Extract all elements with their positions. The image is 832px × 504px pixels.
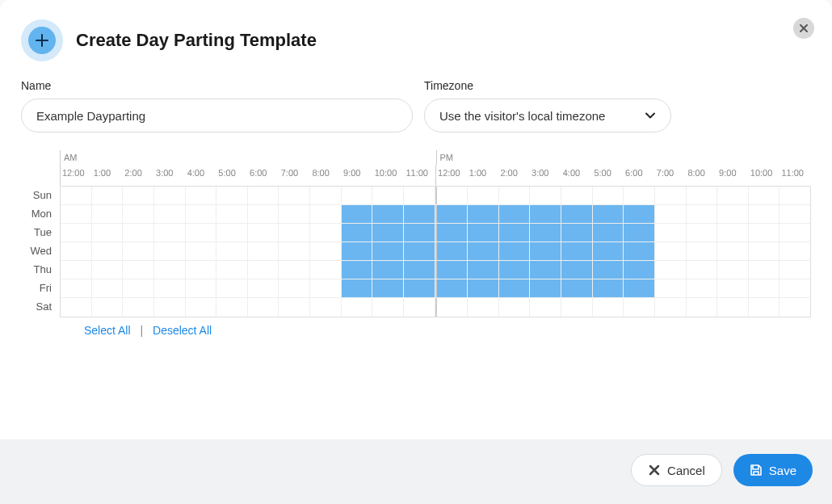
- deselect-all-link[interactable]: Deselect All: [153, 324, 212, 337]
- schedule-cell[interactable]: [154, 261, 186, 279]
- schedule-cell[interactable]: [154, 279, 186, 297]
- name-input[interactable]: [21, 99, 413, 132]
- schedule-cell[interactable]: [123, 242, 154, 260]
- schedule-cell[interactable]: [468, 279, 499, 297]
- schedule-cell[interactable]: [749, 279, 780, 297]
- schedule-cell[interactable]: [92, 187, 124, 204]
- schedule-cell[interactable]: [530, 279, 561, 297]
- schedule-cell[interactable]: [186, 224, 217, 242]
- schedule-cell[interactable]: [624, 261, 655, 279]
- schedule-cell[interactable]: [749, 224, 780, 242]
- schedule-cell[interactable]: [593, 187, 624, 204]
- schedule-cell[interactable]: [310, 242, 342, 260]
- schedule-cell[interactable]: [248, 224, 279, 242]
- schedule-cell[interactable]: [779, 279, 810, 297]
- schedule-cell[interactable]: [123, 279, 154, 297]
- schedule-cell[interactable]: [404, 242, 435, 260]
- schedule-cell[interactable]: [717, 224, 749, 242]
- schedule-cell[interactable]: [717, 242, 749, 260]
- schedule-cell[interactable]: [749, 261, 780, 279]
- schedule-cell[interactable]: [279, 187, 310, 204]
- schedule-cell[interactable]: [186, 205, 217, 223]
- schedule-cell[interactable]: [61, 261, 92, 279]
- schedule-cell[interactable]: [687, 279, 718, 297]
- schedule-cell[interactable]: [92, 279, 124, 297]
- schedule-cell[interactable]: [404, 261, 435, 279]
- schedule-cell[interactable]: [61, 205, 92, 223]
- schedule-cell[interactable]: [779, 242, 810, 260]
- save-button[interactable]: Save: [733, 454, 813, 486]
- schedule-cell[interactable]: [310, 279, 342, 297]
- timezone-select[interactable]: Use the visitor's local timezone: [424, 99, 671, 132]
- schedule-cell[interactable]: [123, 205, 154, 223]
- schedule-cell[interactable]: [468, 187, 499, 204]
- schedule-cell[interactable]: [248, 205, 279, 223]
- schedule-cell[interactable]: [593, 205, 624, 223]
- schedule-cell[interactable]: [717, 205, 749, 223]
- schedule-cell[interactable]: [435, 279, 469, 297]
- schedule-cell[interactable]: [717, 261, 749, 279]
- schedule-cell[interactable]: [624, 242, 655, 260]
- schedule-cell[interactable]: [468, 205, 499, 223]
- schedule-cell[interactable]: [372, 261, 404, 279]
- schedule-cell[interactable]: [624, 187, 655, 204]
- schedule-cell[interactable]: [749, 205, 780, 223]
- schedule-cell[interactable]: [404, 298, 435, 317]
- schedule-cell[interactable]: [372, 224, 404, 242]
- schedule-cell[interactable]: [468, 261, 499, 279]
- schedule-cell[interactable]: [404, 279, 435, 297]
- schedule-cell[interactable]: [499, 224, 531, 242]
- schedule-cell[interactable]: [687, 242, 718, 260]
- schedule-cell[interactable]: [61, 298, 92, 317]
- schedule-cell[interactable]: [593, 279, 624, 297]
- schedule-cell[interactable]: [342, 279, 373, 297]
- schedule-cell[interactable]: [248, 242, 279, 260]
- schedule-cell[interactable]: [92, 205, 124, 223]
- schedule-cell[interactable]: [61, 187, 92, 204]
- schedule-cell[interactable]: [92, 261, 124, 279]
- schedule-cell[interactable]: [92, 224, 124, 242]
- schedule-cell[interactable]: [61, 279, 92, 297]
- schedule-cell[interactable]: [687, 298, 718, 317]
- schedule-cell[interactable]: [248, 187, 279, 204]
- schedule-cell[interactable]: [749, 242, 780, 260]
- schedule-cell[interactable]: [655, 298, 687, 317]
- schedule-cell[interactable]: [593, 298, 624, 317]
- schedule-cell[interactable]: [655, 187, 687, 204]
- schedule-cell[interactable]: [310, 205, 342, 223]
- schedule-cell[interactable]: [248, 261, 279, 279]
- schedule-cell[interactable]: [655, 205, 687, 223]
- schedule-cell[interactable]: [779, 298, 810, 317]
- schedule-cell[interactable]: [717, 187, 749, 204]
- schedule-cell[interactable]: [530, 187, 561, 204]
- schedule-cell[interactable]: [372, 242, 404, 260]
- schedule-cell[interactable]: [186, 279, 217, 297]
- schedule-cell[interactable]: [687, 187, 718, 204]
- schedule-cell[interactable]: [499, 205, 531, 223]
- schedule-cell[interactable]: [561, 242, 593, 260]
- schedule-cell[interactable]: [154, 224, 186, 242]
- schedule-cell[interactable]: [216, 187, 248, 204]
- schedule-cell[interactable]: [499, 242, 531, 260]
- schedule-cell[interactable]: [310, 187, 342, 204]
- schedule-cell[interactable]: [435, 242, 469, 260]
- schedule-cell[interactable]: [342, 187, 373, 204]
- schedule-cell[interactable]: [279, 279, 310, 297]
- schedule-cell[interactable]: [530, 224, 561, 242]
- schedule-cell[interactable]: [342, 261, 373, 279]
- schedule-cell[interactable]: [435, 187, 469, 204]
- schedule-cell[interactable]: [186, 187, 217, 204]
- schedule-cell[interactable]: [655, 224, 687, 242]
- schedule-cell[interactable]: [61, 224, 92, 242]
- schedule-cell[interactable]: [279, 298, 310, 317]
- schedule-cell[interactable]: [154, 205, 186, 223]
- schedule-cell[interactable]: [749, 187, 780, 204]
- select-all-link[interactable]: Select All: [84, 324, 131, 337]
- schedule-cell[interactable]: [624, 279, 655, 297]
- schedule-cell[interactable]: [530, 242, 561, 260]
- schedule-cell[interactable]: [342, 224, 373, 242]
- schedule-cell[interactable]: [499, 279, 531, 297]
- schedule-cell[interactable]: [561, 224, 593, 242]
- schedule-cell[interactable]: [530, 298, 561, 317]
- schedule-cell[interactable]: [216, 242, 248, 260]
